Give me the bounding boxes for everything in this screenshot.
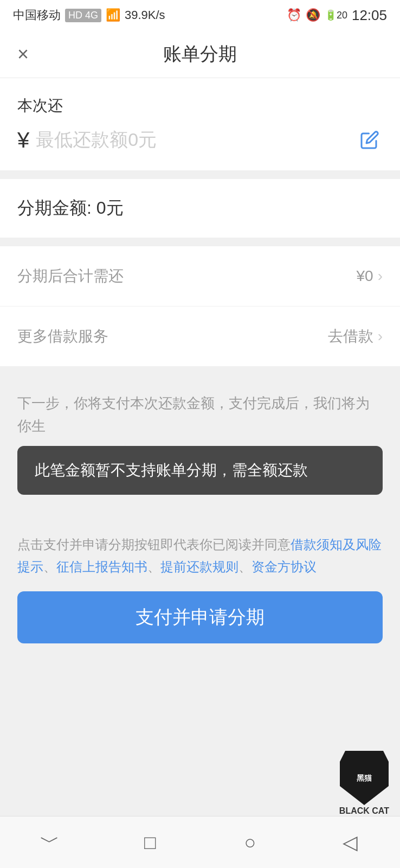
- speed-label: 39.9K/s: [125, 8, 165, 22]
- edit-icon[interactable]: [357, 127, 383, 153]
- main-content: 本次还 ¥ 最低还款额0元 分期金额: 0元 分期后合计需还 ¥0 ›: [0, 78, 400, 774]
- loan-label: 更多借款服务: [17, 326, 108, 347]
- installment-amount: 分期金额: 0元: [17, 198, 124, 218]
- network-type: HD 4G: [65, 9, 101, 22]
- back-icon: ﹀: [40, 829, 60, 856]
- agreement-prefix: 点击支付并申请分期按钮即代表你已阅读并同意: [17, 537, 291, 552]
- total-label: 分期后合计需还: [17, 266, 124, 286]
- loan-text: 去借款: [328, 326, 373, 347]
- payment-label: 本次还: [17, 95, 383, 116]
- page-title: 账单分期: [163, 42, 237, 67]
- toast: 此笔金额暂不支持账单分期，需全额还款: [17, 446, 383, 495]
- agreement-text: 点击支付并申请分期按钮即代表你已阅读并同意借款须知及风险提示、征信上报告知书、提…: [17, 537, 382, 574]
- loan-chevron-icon: ›: [378, 328, 383, 345]
- carrier-label: 中国移动: [13, 7, 61, 23]
- bell-icon: 🔕: [306, 8, 320, 22]
- agreement-link-4[interactable]: 资金方协议: [251, 559, 317, 574]
- description-section: 下一步，你将支付本次还款金额，支付完成后，我们将为你生: [0, 375, 400, 446]
- home-icon: □: [144, 831, 156, 854]
- nav-triangle-button[interactable]: ◁: [328, 826, 372, 859]
- pay-button[interactable]: 支付并申请分期: [17, 591, 383, 643]
- nav-back-button[interactable]: ﹀: [28, 826, 72, 859]
- svg-text:黑猫: 黑猫: [357, 774, 372, 782]
- payment-input-row: ¥ 最低还款额0元: [17, 127, 383, 153]
- description-text: 下一步，你将支付本次还款金额，支付完成后，我们将为你生: [17, 395, 370, 434]
- payment-card: 本次还 ¥ 最低还款额0元: [0, 78, 400, 170]
- alarm-icon: ⏰: [287, 8, 301, 22]
- installment-card: 分期金额: 0元: [0, 179, 400, 238]
- total-value: ¥0 ›: [357, 267, 383, 285]
- bottom-nav: ﹀ □ ○ ◁: [0, 816, 400, 868]
- loan-value: 去借款 ›: [328, 326, 383, 347]
- agreement-link-3[interactable]: 提前还款规则: [160, 559, 238, 574]
- status-left: 中国移动 HD 4G 📶 39.9K/s: [13, 7, 165, 23]
- agreement-section: 点击支付并申请分期按钮即代表你已阅读并同意借款须知及风险提示、征信上报告知书、提…: [0, 516, 400, 591]
- time-label: 12:05: [352, 7, 387, 24]
- battery-icon: 🔋20: [325, 9, 347, 21]
- signal-bars: 📶: [106, 8, 120, 22]
- page-header: × 账单分期: [0, 30, 400, 78]
- pay-button-section: 支付并申请分期: [0, 591, 400, 665]
- watermark-text: BLACK CAT: [339, 806, 389, 816]
- info-row-total[interactable]: 分期后合计需还 ¥0 ›: [0, 246, 400, 307]
- watermark: 黑猫 BLACK CAT: [339, 751, 389, 816]
- agreement-link-2[interactable]: 征信上报告知书: [56, 559, 147, 574]
- total-amount: ¥0: [357, 267, 373, 285]
- payment-input-left: ¥ 最低还款额0元: [17, 127, 157, 152]
- total-chevron-icon: ›: [378, 267, 383, 285]
- nav-home-button[interactable]: □: [128, 826, 172, 859]
- status-right: ⏰ 🔕 🔋20 12:05: [287, 7, 387, 24]
- info-row-loan[interactable]: 更多借款服务 去借款 ›: [0, 307, 400, 366]
- triangle-icon: ◁: [343, 831, 358, 854]
- close-button[interactable]: ×: [17, 43, 29, 66]
- info-card: 分期后合计需还 ¥0 › 更多借款服务 去借款 ›: [0, 246, 400, 366]
- payment-placeholder: 最低还款额0元: [36, 127, 157, 152]
- nav-circle-button[interactable]: ○: [228, 826, 272, 859]
- status-bar: 中国移动 HD 4G 📶 39.9K/s ⏰ 🔕 🔋20 12:05: [0, 0, 400, 30]
- yen-symbol: ¥: [17, 128, 29, 152]
- circle-icon: ○: [244, 831, 256, 854]
- toast-text: 此笔金额暂不支持账单分期，需全额还款: [35, 462, 308, 478]
